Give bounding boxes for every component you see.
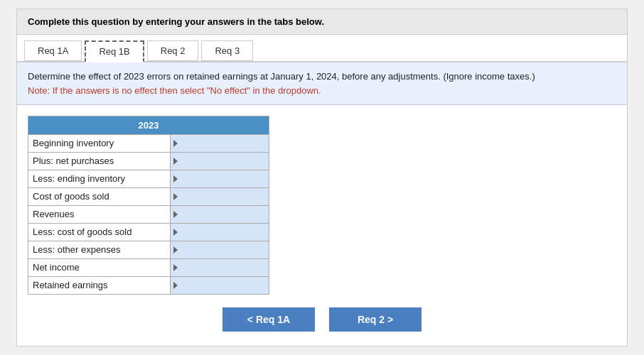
row-label-less-ending-inventory: Less: ending inventory: [28, 170, 171, 187]
input-net-income[interactable]: [171, 259, 269, 276]
row-input-beginning-inventory[interactable]: [171, 135, 269, 152]
row-input-retained-earnings[interactable]: [171, 277, 269, 294]
row-input-less-other-expenses[interactable]: [171, 241, 269, 258]
row-label-cost-of-goods-sold: Cost of goods sold: [28, 188, 171, 205]
table-row: Revenues: [28, 205, 269, 223]
row-label-plus-net-purchases: Plus: net purchases: [28, 153, 171, 170]
tab-req3[interactable]: Req 3: [201, 40, 253, 61]
row-label-net-income: Net income: [28, 259, 171, 276]
nav-buttons: < Req 1A Req 2 >: [28, 307, 616, 332]
tab-req2[interactable]: Req 2: [147, 40, 199, 61]
row-label-beginning-inventory: Beginning inventory: [28, 135, 171, 152]
main-container: Complete this question by entering your …: [16, 9, 628, 346]
next-button[interactable]: Req 2 >: [329, 307, 422, 332]
prev-button[interactable]: < Req 1A: [222, 307, 315, 332]
info-main-text: Determine the effect of 2023 errors on r…: [28, 71, 535, 82]
instruction-text: Complete this question by entering your …: [28, 16, 324, 27]
row-label-retained-earnings: Retained earnings: [28, 277, 171, 294]
row-input-revenues[interactable]: [171, 206, 269, 223]
table-row: Plus: net purchases: [28, 152, 269, 170]
table-row: Retained earnings: [28, 276, 269, 294]
table-row: Less: ending inventory: [28, 170, 269, 187]
row-label-less-other-expenses: Less: other expenses: [28, 241, 171, 258]
data-table: 2023 Beginning inventory Plus: net purch…: [28, 116, 269, 295]
tabs-bar: Req 1A Req 1B Req 2 Req 3: [17, 35, 627, 62]
row-label-revenues: Revenues: [28, 206, 171, 223]
row-input-less-cost-of-goods-sold[interactable]: [171, 224, 269, 241]
row-input-plus-net-purchases[interactable]: [171, 153, 269, 170]
info-box: Determine the effect of 2023 errors on r…: [17, 62, 627, 105]
input-less-cost-of-goods-sold[interactable]: [171, 224, 269, 241]
input-revenues[interactable]: [171, 206, 269, 223]
input-beginning-inventory[interactable]: [171, 135, 269, 152]
row-input-cost-of-goods-sold[interactable]: [171, 188, 269, 205]
input-less-other-expenses[interactable]: [171, 241, 269, 258]
row-input-less-ending-inventory[interactable]: [171, 170, 269, 187]
input-less-ending-inventory[interactable]: [171, 170, 269, 187]
info-note-text: Note: If the answers is no effect then s…: [28, 85, 321, 96]
table-row: Less: cost of goods sold: [28, 223, 269, 241]
tab-req1a[interactable]: Req 1A: [24, 40, 82, 61]
input-plus-net-purchases[interactable]: [171, 153, 269, 170]
input-cost-of-goods-sold[interactable]: [171, 188, 269, 205]
table-row: Less: other expenses: [28, 241, 269, 258]
table-row: Beginning inventory: [28, 134, 269, 152]
table-row: Cost of goods sold: [28, 187, 269, 205]
table-row: Net income: [28, 258, 269, 276]
row-label-less-cost-of-goods-sold: Less: cost of goods sold: [28, 224, 171, 241]
instruction-bar: Complete this question by entering your …: [17, 9, 627, 35]
row-input-net-income[interactable]: [171, 259, 269, 276]
table-header: 2023: [28, 116, 269, 134]
input-retained-earnings[interactable]: [171, 277, 269, 294]
tab-req1b[interactable]: Req 1B: [85, 40, 144, 62]
content-area: 2023 Beginning inventory Plus: net purch…: [17, 105, 627, 346]
